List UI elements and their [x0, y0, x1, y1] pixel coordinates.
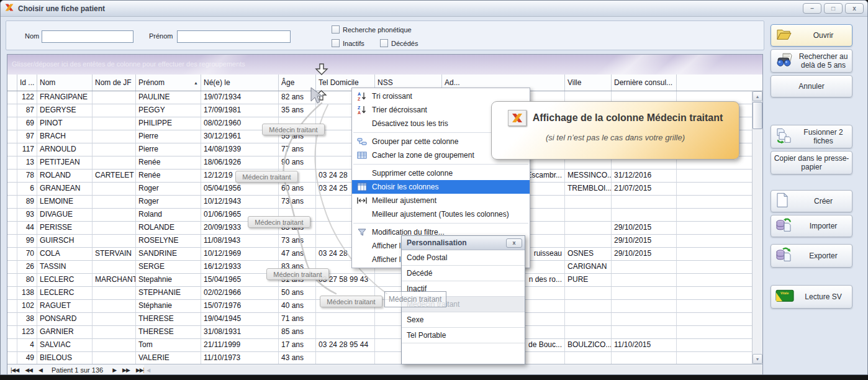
scroll-down-button[interactable]: ▼: [753, 354, 762, 364]
table-row[interactable]: 49BIELOUSVALERIE11/10/197343 ans: [7, 352, 752, 364]
column-header-n-e-le[interactable]: Né(e) le: [201, 75, 279, 91]
menu-item-choisir-les-colonnes[interactable]: Choisir les colonnes: [352, 180, 530, 194]
table-cell[interactable]: 15/07/1976: [201, 300, 279, 313]
table-cell[interactable]: CARIGNAN: [565, 261, 612, 274]
table-cell[interactable]: 31/08/1931: [201, 326, 279, 339]
table-cell[interactable]: BRACH: [37, 130, 93, 143]
table-cell[interactable]: DIVAGUE: [37, 209, 93, 222]
table-cell[interactable]: 85 ans: [279, 326, 316, 339]
menu-item-meilleur-ajustement-toutes-les-colonnes[interactable]: Meilleur ajustement (Toutes les colonnes…: [352, 207, 530, 221]
table-cell[interactable]: 47 ans: [279, 248, 316, 261]
ouvrir-button[interactable]: Ouvrir: [771, 24, 852, 47]
table-cell[interactable]: [612, 261, 677, 274]
table-cell[interactable]: [612, 209, 677, 222]
table-cell[interactable]: [565, 222, 612, 235]
importer-button[interactable]: Importer: [771, 215, 852, 237]
table-cell[interactable]: 87: [17, 104, 37, 117]
table-cell[interactable]: [93, 117, 136, 130]
table-cell[interactable]: ROLAND: [37, 170, 93, 183]
table-cell[interactable]: Renée: [136, 170, 201, 183]
table-cell[interactable]: ROLANDE: [136, 222, 201, 235]
table-cell[interactable]: 80: [17, 274, 37, 287]
scrollbar-thumb[interactable]: [753, 102, 762, 129]
table-cell[interactable]: 123: [17, 326, 37, 339]
table-cell[interactable]: 77 ans: [279, 143, 316, 156]
table-cell[interactable]: 19/07/1934: [201, 91, 279, 104]
column-header-nom-de-jf[interactable]: Nom de JF: [93, 75, 136, 91]
nom-input[interactable]: [42, 30, 133, 43]
table-cell[interactable]: 13: [17, 156, 37, 170]
lecture-sv-button[interactable]: VitaleLecture SV: [771, 285, 852, 309]
table-cell[interactable]: 82 ans: [279, 91, 316, 104]
column-header-ville[interactable]: Ville: [565, 75, 612, 91]
table-cell[interactable]: 35 ans: [279, 104, 316, 117]
table-cell[interactable]: SANDRINE: [136, 248, 201, 261]
column-header-id-[interactable]: Id ...: [17, 75, 37, 91]
table-cell[interactable]: [93, 352, 136, 364]
table-cell[interactable]: 70: [17, 248, 37, 261]
table-cell[interactable]: [565, 209, 612, 222]
table-cell[interactable]: [93, 91, 136, 104]
table-cell[interactable]: 29/10/2015: [612, 248, 677, 261]
prev-record-button[interactable]: ◀: [35, 367, 45, 373]
table-cell[interactable]: LEMOINE: [37, 196, 93, 209]
fusionner-2-fiches-button[interactable]: Fusionner 2 fiches: [771, 125, 852, 148]
column-header--ge[interactable]: Âge: [279, 75, 316, 91]
table-cell[interactable]: Renée: [136, 156, 201, 170]
table-cell[interactable]: [316, 313, 375, 326]
group-by-bar[interactable]: Glisser/déposer ici des entêtes de colon…: [7, 55, 762, 75]
table-cell[interactable]: THERESE: [136, 326, 201, 339]
table-cell[interactable]: [93, 235, 136, 248]
table-cell[interactable]: THERESE: [136, 313, 201, 326]
table-cell[interactable]: Pierre: [136, 130, 201, 143]
table-row[interactable]: 4SALVIACTom21/11/199917 ans03 24 28 95 4…: [7, 339, 752, 352]
table-cell[interactable]: [93, 183, 136, 196]
table-cell[interactable]: Roger: [136, 183, 201, 196]
table-cell[interactable]: [565, 352, 612, 364]
table-cell[interactable]: Tom: [136, 339, 201, 352]
copier-dans-le-presse-papier-button[interactable]: Copier dans le presse-papier: [771, 151, 852, 174]
table-cell[interactable]: 05/04/1956: [201, 183, 279, 196]
table-cell[interactable]: [93, 209, 136, 222]
table-cell[interactable]: [612, 274, 677, 287]
table-cell[interactable]: [612, 300, 677, 313]
table-cell[interactable]: [93, 339, 136, 352]
personalization-item-tel-portable[interactable]: Tel Portable: [402, 328, 525, 343]
scroll-up-button[interactable]: ▲: [753, 91, 762, 101]
table-cell[interactable]: 122: [17, 91, 37, 104]
table-cell[interactable]: 73 ans: [279, 196, 316, 209]
first-record-button[interactable]: |◀◀: [7, 367, 22, 373]
table-cell[interactable]: 44: [17, 222, 37, 235]
column-header-nom[interactable]: Nom: [37, 75, 93, 91]
table-cell[interactable]: PAULINE: [136, 91, 201, 104]
table-cell[interactable]: 99: [17, 235, 37, 248]
menu-item-meilleur-ajustement[interactable]: Meilleur ajustement: [352, 194, 530, 207]
table-cell[interactable]: RAGUET: [37, 300, 93, 313]
table-cell[interactable]: [316, 352, 375, 364]
table-cell[interactable]: 69: [17, 117, 37, 130]
table-cell[interactable]: SALVIAC: [37, 339, 93, 352]
table-cell[interactable]: 71 ans: [279, 313, 316, 326]
table-cell[interactable]: [93, 261, 136, 274]
personalization-item-sexe[interactable]: Sexe: [402, 312, 525, 328]
column-header-row-indicator[interactable]: [7, 75, 17, 91]
table-cell[interactable]: [612, 196, 677, 209]
table-cell[interactable]: 02/02/1966: [201, 287, 279, 300]
table-cell[interactable]: [93, 222, 136, 235]
table-cell[interactable]: [93, 326, 136, 339]
table-cell[interactable]: [565, 313, 612, 326]
table-cell[interactable]: 17 ans: [279, 339, 316, 352]
table-cell[interactable]: LECLERC: [37, 287, 93, 300]
table-cell[interactable]: GRANJEAN: [37, 183, 93, 196]
next-record-button[interactable]: ▶: [109, 367, 119, 373]
table-cell[interactable]: TREMBLOI...: [565, 183, 612, 196]
table-cell[interactable]: ROSELYNE: [136, 235, 201, 248]
personalization-titlebar[interactable]: Personnalisation x: [402, 236, 525, 250]
table-cell[interactable]: 11/08/1943: [201, 235, 279, 248]
table-cell[interactable]: PHILIPPE: [136, 117, 201, 130]
table-cell[interactable]: 117: [17, 143, 37, 156]
minimize-button[interactable]: –: [803, 3, 821, 14]
table-cell[interactable]: 6: [17, 183, 37, 196]
table-cell[interactable]: MESSINCO...: [565, 170, 612, 183]
table-cell[interactable]: PURE: [565, 274, 612, 287]
